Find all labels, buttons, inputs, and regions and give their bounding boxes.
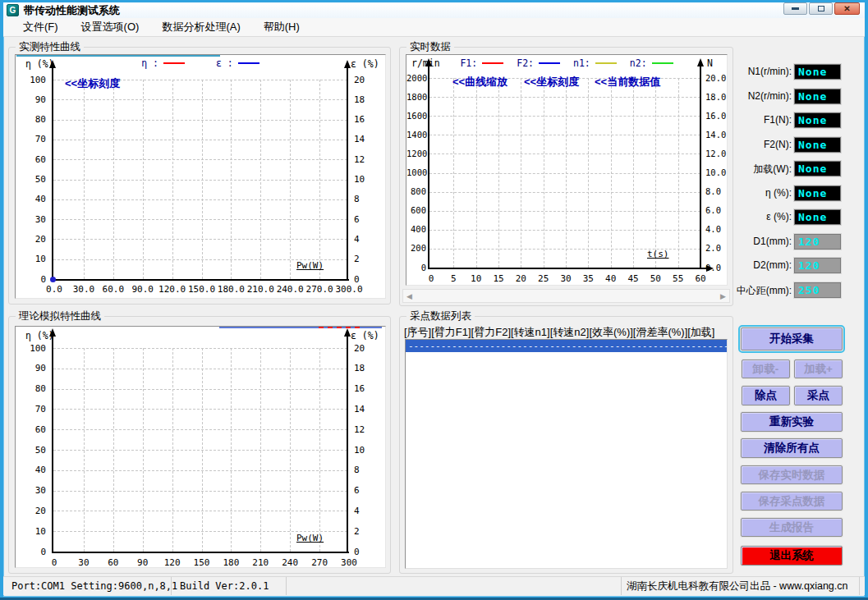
chart-annotation[interactable]: <<曲线缩放 [452,75,507,89]
chart-legend: F1:F2:n1:n2: [406,57,727,69]
menu-item-options[interactable]: 设置选项(O) [70,18,151,36]
x-tick-label: 120 [156,557,189,568]
y-left-tick-label: 60 [16,154,46,165]
y-left-tick-label: 30 [16,485,46,496]
close-icon: ✕ [843,4,850,13]
x-tick-label: 180.0 [214,284,247,295]
gridline-v [476,78,477,268]
legend-label: F1: [460,57,477,69]
y-left-tick-label: 20 [16,506,46,516]
minimize-button[interactable] [783,2,807,15]
gridline-h [53,159,347,160]
clear-all-points-button[interactable]: 清除所有点 [741,438,843,458]
readout-label-center-distance: 中心距(mm): [723,284,792,298]
gridline-v [319,348,320,552]
load-plus-button[interactable]: 加载+ [794,360,843,378]
y-axis-left [52,68,53,281]
legend-item: F1: [460,57,503,69]
x-tick-label: 150.0 [186,284,218,295]
legend-item: n2: [630,57,673,69]
unload-minus-button[interactable]: 卸载- [742,360,790,378]
gridline-v [611,78,612,268]
chart-annotation[interactable]: <<坐标刻度 [65,76,120,91]
gridline-h [53,140,347,140]
gridline-h [429,173,700,174]
y-right-tick-label: 14 [354,134,365,144]
statusbar-build-text: Build Ver:2.0.1 [172,580,269,592]
gridline-h [53,369,347,369]
menubar: 文件(F)设置选项(O)数据分析处理(A)帮助(H) [3,18,865,37]
gridline-v [143,80,144,279]
start-collect-button[interactable]: 开始采集 [741,327,843,350]
y-axis-right [347,68,348,281]
readout-value-d2: 120 [794,258,841,273]
readout-value-d1: 120 [794,234,841,250]
y-left-tick-label: 90 [16,363,46,373]
realtime-scrollbar[interactable]: ◀ ▶ [402,289,730,303]
legend-label: n2: [630,57,647,69]
close-button[interactable]: ✕ [834,2,860,15]
save-realtime-data-button[interactable]: 保存实时数据 [741,465,843,484]
gridline-h [53,348,347,349]
maximize-button[interactable] [809,2,833,15]
y-right-tick-label: 18 [354,94,365,105]
y-left-tick-label: 40 [16,465,46,475]
realtime-chart: r/minNF1:F2:n1:n2:2000180016001400120010… [406,54,728,286]
groupbox-measured-title: 实测特性曲线 [16,40,84,54]
chart-annotation[interactable]: <<坐标刻度 [524,75,579,89]
readout-label-d1: D1(mm): [723,236,792,247]
y-left-tick-label: 100 [16,343,46,354]
gridline-v [202,80,203,279]
x-tick-label: 180 [214,557,247,568]
titlebar: G 带传动性能测试系统 ✕ [3,2,865,18]
y-right-tick-label: 6.0 [705,205,721,215]
collect-point-button[interactable]: 采点 [794,386,843,405]
datalist-listbox[interactable]: ----------------------------------------… [405,339,728,569]
menu-item-file[interactable]: 文件(F) [11,18,70,36]
y-right-tick-label: 8.0 [705,186,721,196]
restart-experiment-button[interactable]: 重新实验 [741,412,843,432]
y-right-tick-label: 16 [354,383,365,394]
remove-point-button[interactable]: 除点 [742,386,790,405]
gridline-v [172,80,173,279]
y-left-tick-label: 50 [16,174,46,185]
y-right-tick-label: 8 [354,194,360,204]
x-tick-label: 150 [186,557,218,568]
gridline-h [53,491,347,492]
gridline-h [53,389,347,390]
y-left-tick-label: 600 [406,205,426,215]
maximize-icon [818,6,824,11]
gridline-v [113,348,114,552]
y-left-tick-label: 40 [16,194,46,204]
datalist-selected-row[interactable]: ----------------------------------------… [406,340,727,352]
gridline-v [84,80,85,279]
exit-system-button[interactable]: 退出系统 [741,546,843,566]
y-right-tick-label: 14 [354,404,365,415]
legend-label: n1: [573,57,590,69]
scroll-left-icon[interactable]: ◀ [406,291,412,303]
readout-value-n2: None [794,89,841,104]
generate-report-button[interactable]: 生成报告 [741,518,843,537]
y-axis-right-arrow-icon [344,60,351,68]
legend-swatch [482,62,503,64]
x-tick-label: 300 [333,557,365,568]
y-right-tick-label: 16 [354,114,365,125]
y-left-tick-label: 0 [406,263,426,273]
y-axis-left-arrow-icon [49,328,56,337]
theory-chart: η (%)ε (%)100908070605040302010020181614… [15,326,386,568]
menu-item-data-analysis[interactable]: 数据分析处理(A) [150,18,251,36]
readout-value-load: None [794,161,841,176]
save-point-data-button[interactable]: 保存采点数据 [741,492,843,511]
menu-item-help[interactable]: 帮助(H) [252,18,311,36]
y-right-tick-label: 20 [354,343,365,354]
readout-value-eta: None [794,185,841,201]
y-left-tick-label: 10 [16,254,46,264]
x-axis-arrow-icon [706,265,714,272]
y-axis-left [428,66,429,269]
legend-label: ε : [216,57,233,69]
y-axis-right-arrow-icon [697,58,704,66]
readout-label-n2: N2(r/min): [723,90,792,102]
gridline-h [429,153,700,154]
gridline-h [429,230,700,231]
chart-annotation[interactable]: <<当前数据值 [595,75,660,89]
